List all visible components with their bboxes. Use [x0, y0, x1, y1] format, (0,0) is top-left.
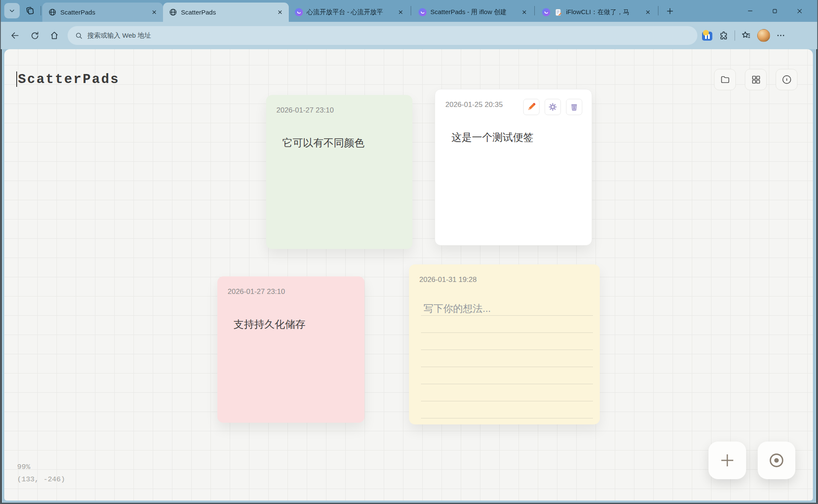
tab-iflowcli[interactable]: iFlowCLI：在做了，马: [536, 3, 657, 22]
note-settings-button[interactable]: [545, 99, 561, 115]
canvas-coordinates: (133, -246): [17, 473, 65, 486]
new-tab-button[interactable]: [662, 3, 678, 19]
chevron-down-icon: [9, 7, 15, 14]
maximize-button[interactable]: [762, 0, 787, 22]
note-placeholder[interactable]: 写下你的想法...: [424, 302, 491, 315]
tab-bar: ScatterPads ScatterPads 心流开放平台 - 心流开放平: [1, 0, 817, 22]
window-controls: [738, 0, 812, 22]
back-arrow-icon: [10, 31, 20, 40]
iflow-logo-icon: [542, 8, 550, 16]
toolbar-separator: [735, 30, 735, 41]
globe-icon: [169, 8, 177, 16]
extension-badge-icon: [702, 30, 713, 41]
refresh-button[interactable]: [26, 27, 44, 44]
target-icon: [768, 451, 785, 469]
plus-icon: [666, 7, 674, 15]
tab-separator: [534, 6, 535, 15]
workspaces-icon: [26, 6, 35, 15]
tab-title: iFlowCLI：在做了，马: [566, 8, 639, 16]
info-button[interactable]: [776, 69, 797, 90]
tab-separator: [41, 6, 41, 15]
note-text: 这是一个测试便签: [451, 130, 533, 144]
minimize-button[interactable]: [738, 0, 762, 22]
tab-scatterpads-iflow[interactable]: ScatterPads - 用 iflow 创建: [412, 3, 533, 22]
trash-icon: [569, 102, 579, 112]
close-window-button[interactable]: [787, 0, 812, 22]
extension-badge-button[interactable]: [702, 30, 713, 41]
tab-title: ScatterPads - 用 iflow 创建: [430, 8, 516, 16]
close-tab-icon[interactable]: [643, 8, 652, 17]
close-tab-icon[interactable]: [149, 8, 159, 17]
sticky-note-yellow[interactable]: 2026-01-31 19:28 写下你的想法...: [409, 264, 600, 424]
note-text: 它可以有不同颜色: [282, 136, 365, 150]
home-button[interactable]: [45, 27, 63, 44]
browser-toolbar: 搜索或输入 Web 地址: [1, 22, 817, 49]
search-icon: [75, 32, 83, 39]
canvas-toolbar: [714, 69, 797, 90]
tab-search-button[interactable]: [4, 3, 20, 18]
puzzle-icon: [719, 31, 729, 41]
text-caret: [16, 71, 17, 87]
refresh-icon: [30, 31, 39, 40]
delete-note-button[interactable]: [566, 99, 582, 115]
zoom-level: 99%: [17, 461, 65, 474]
pencil-icon: [527, 102, 536, 112]
grid-view-button[interactable]: [745, 69, 767, 90]
ellipsis-icon: [776, 31, 785, 40]
iflow-logo-icon: [418, 8, 427, 16]
canvas-status: 99% (133, -246): [17, 461, 65, 486]
address-bar[interactable]: 搜索或输入 Web 地址: [68, 26, 697, 45]
close-icon: [796, 8, 803, 15]
content-frame: ScatterPads 2026-01-27 23:10 它可以有不同颜色: [2, 49, 816, 503]
address-placeholder: 搜索或输入 Web 地址: [87, 31, 151, 40]
note-timestamp: 2026-01-27 23:10: [276, 106, 402, 115]
globe-icon: [48, 8, 56, 16]
tab-title: ScatterPads: [60, 9, 145, 16]
memo-icon: [554, 8, 562, 16]
tab-scatterpads-1[interactable]: ScatterPads: [42, 3, 163, 22]
tab-title: 心流开放平台 - 心流开放平: [307, 8, 392, 16]
info-icon: [781, 74, 792, 85]
note-timestamp: 2026-01-31 19:28: [419, 276, 590, 284]
note-text: 支持持久化储存: [234, 317, 305, 331]
center-view-button[interactable]: [758, 442, 795, 479]
back-button[interactable]: [6, 27, 24, 44]
favorites-button[interactable]: [741, 30, 751, 41]
close-tab-icon[interactable]: [519, 8, 529, 17]
close-tab-icon[interactable]: [396, 8, 405, 17]
folder-button[interactable]: [714, 69, 736, 90]
sticky-note-white[interactable]: 2026-01-25 20:35 这是一个测试便签: [435, 89, 592, 246]
minimize-icon: [747, 8, 753, 14]
tab-xinliu-platform[interactable]: 心流开放平台 - 心流开放平: [289, 3, 409, 22]
settings-menu-button[interactable]: [776, 31, 785, 40]
grid-icon: [751, 74, 761, 85]
gear-icon: [548, 102, 557, 112]
folder-icon: [720, 74, 730, 85]
page-title[interactable]: ScatterPads: [16, 71, 120, 87]
tab-separator: [658, 6, 658, 15]
extensions-button[interactable]: [719, 31, 729, 41]
sticky-note-pink[interactable]: 2026-01-27 23:10 支持持久化储存: [217, 276, 365, 423]
add-note-button[interactable]: [708, 442, 746, 479]
home-icon: [50, 31, 59, 40]
maximize-icon: [772, 8, 778, 14]
workspaces-button[interactable]: [23, 3, 38, 18]
note-actions: [523, 99, 582, 115]
tab-title: ScatterPads: [181, 9, 271, 16]
iflow-logo-icon: [295, 8, 303, 16]
ruled-lines: [421, 299, 593, 421]
edit-note-button[interactable]: [523, 99, 539, 115]
star-lines-icon: [741, 30, 751, 41]
profile-avatar[interactable]: [757, 29, 770, 42]
page-canvas[interactable]: ScatterPads 2026-01-27 23:10 它可以有不同颜色: [4, 49, 813, 501]
tab-scatterpads-2-active[interactable]: ScatterPads: [163, 3, 289, 22]
plus-icon: [718, 451, 736, 469]
close-tab-icon[interactable]: [275, 8, 285, 17]
tab-separator: [411, 6, 411, 15]
sticky-note-green[interactable]: 2026-01-27 23:10 它可以有不同颜色: [266, 95, 412, 249]
toolbar-right-cluster: [702, 29, 813, 42]
browser-window: ScatterPads ScatterPads 心流开放平台 - 心流开放平: [0, 0, 818, 504]
note-timestamp: 2026-01-27 23:10: [228, 288, 354, 296]
